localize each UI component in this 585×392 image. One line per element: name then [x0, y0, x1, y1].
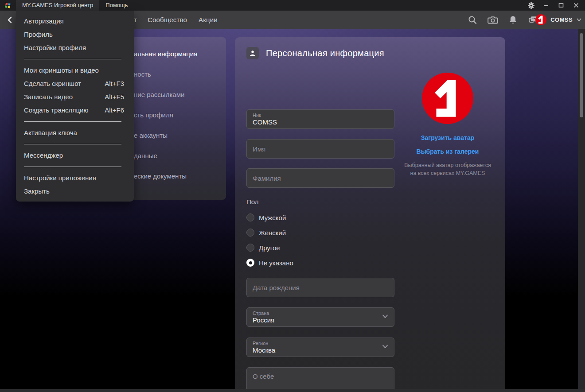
birth-date-input[interactable] — [253, 284, 388, 291]
choose-gallery-link[interactable]: Выбрать из галереи — [394, 148, 501, 155]
sidebar-item-personal-info[interactable]: альная информация — [125, 43, 226, 64]
radio-other[interactable] — [246, 244, 254, 252]
app-window: MY.GAMES Игровой центр Помощь — [0, 0, 585, 392]
shortcut-label: Alt+F3 — [105, 77, 124, 90]
first-name-field[interactable] — [246, 139, 394, 159]
nav-item-partial[interactable]: т — [134, 11, 137, 29]
settings-gear-icon[interactable] — [527, 2, 534, 9]
menu-item-my-screenshots[interactable]: Мои скриншоты и видео — [16, 64, 134, 77]
nickname-label: Ник — [253, 112, 388, 118]
radio-female[interactable] — [246, 229, 254, 237]
country-value: Россия — [253, 316, 388, 324]
window-bottom-border — [0, 389, 585, 392]
region-value: Москва — [253, 346, 388, 354]
window-controls — [527, 2, 585, 9]
sidebar-item-security[interactable]: ность — [125, 64, 226, 84]
gender-option-other[interactable]: Другое — [246, 240, 394, 255]
menu-item-profile-settings[interactable]: Настройки профиля — [16, 41, 134, 54]
titlebar-menu-mygames[interactable]: MY.GAMES Игровой центр — [16, 0, 99, 11]
profile-form: Ник COMSS Пол Мужской Женский — [246, 97, 394, 392]
notifications-bell-icon[interactable] — [508, 15, 518, 25]
close-button[interactable] — [573, 2, 580, 9]
menu-separator — [24, 59, 121, 59]
gender-option-male[interactable]: Мужской — [246, 210, 394, 225]
menu-item-app-settings[interactable]: Настройки приложения — [16, 171, 134, 185]
user-avatar-small — [535, 14, 546, 25]
menu-item-activate-key[interactable]: Активация ключа — [16, 126, 134, 140]
back-button[interactable] — [4, 14, 16, 26]
radio-male[interactable] — [246, 213, 254, 221]
menu-item-create-stream[interactable]: Создать трансляциюAlt+F6 — [16, 104, 134, 117]
avatar-note: Выбранный аватар отображается на всех се… — [394, 161, 501, 177]
chevron-down-icon — [382, 345, 388, 349]
user-avatar-large — [422, 73, 473, 124]
person-icon — [246, 47, 259, 59]
sidebar-item-linked-accounts[interactable]: е аккаунты — [125, 125, 226, 145]
menu-item-take-screenshot[interactable]: Сделать скриншотAlt+F3 — [16, 77, 134, 90]
country-label: Страна — [253, 310, 388, 316]
radio-unspecified[interactable] — [246, 259, 254, 267]
region-select[interactable]: Регион Москва — [246, 338, 394, 357]
maximize-button[interactable] — [558, 2, 565, 9]
last-name-input[interactable] — [253, 175, 388, 182]
scrollbar-thumb[interactable] — [580, 33, 583, 117]
upload-avatar-link[interactable]: Загрузить аватар — [394, 134, 501, 141]
search-icon[interactable] — [468, 15, 477, 25]
menu-separator — [24, 144, 121, 144]
screenshot-camera-icon[interactable] — [488, 15, 498, 25]
sidebar-item-mailings[interactable]: ние рассылками — [125, 84, 226, 105]
chevron-down-icon — [577, 18, 581, 22]
gender-label: Пол — [246, 198, 394, 206]
scrollbar-track[interactable] — [578, 29, 585, 392]
titlebar: MY.GAMES Игровой центр Помощь — [0, 0, 585, 11]
gender-option-unspecified[interactable]: Не указано — [246, 255, 394, 270]
minimize-button[interactable] — [542, 2, 550, 9]
nickname-value: COMSS — [253, 118, 388, 126]
username-label: COMSS — [550, 16, 573, 23]
sidebar-item-legal-documents[interactable]: еские документы — [125, 166, 226, 186]
nav-icons — [468, 11, 539, 29]
titlebar-menu-help[interactable]: Помощь — [99, 0, 134, 11]
first-name-input[interactable] — [253, 145, 388, 153]
mygames-context-menu: Авторизация Профиль Настройки профиля Мо… — [16, 11, 134, 202]
gender-option-female[interactable]: Женский — [246, 225, 394, 240]
menu-separator — [24, 167, 121, 167]
birth-date-field[interactable] — [246, 278, 394, 297]
menu-item-record-video[interactable]: Записать видеоAlt+F5 — [16, 90, 134, 104]
shortcut-label: Alt+F6 — [105, 104, 124, 117]
mygames-cube-icon — [4, 2, 12, 9]
menu-separator — [24, 121, 121, 122]
nav-item-promotions[interactable]: Акции — [199, 11, 218, 29]
last-name-field[interactable] — [246, 168, 394, 188]
panel-header: Персональная информация — [235, 37, 505, 59]
page-title: Персональная информация — [266, 48, 384, 58]
sidebar-item-my-data[interactable]: данные — [125, 145, 226, 166]
shortcut-label: Alt+F5 — [105, 90, 124, 104]
personal-info-panel: Персональная информация Ник COMSS Пол Му… — [235, 37, 505, 392]
menu-item-authorization[interactable]: Авторизация — [16, 15, 134, 28]
menu-item-close[interactable]: Закрыть — [16, 185, 134, 198]
about-textarea[interactable] — [246, 367, 394, 392]
country-select[interactable]: Страна Россия — [246, 307, 394, 327]
region-label: Регион — [253, 340, 388, 346]
nav-item-community[interactable]: Сообщество — [148, 11, 187, 29]
user-menu[interactable]: COMSS — [535, 11, 581, 29]
chevron-down-icon — [382, 314, 388, 318]
menu-item-messenger[interactable]: Мессенджер — [16, 149, 134, 162]
avatar-section: Загрузить аватар Выбрать из галереи Выбр… — [394, 73, 501, 177]
menu-item-profile[interactable]: Профиль — [16, 28, 134, 41]
nickname-field[interactable]: Ник COMSS — [246, 109, 394, 129]
sidebar-item-privacy[interactable]: сть профиля — [125, 105, 226, 125]
gender-radio-group: Мужской Женский Другое Не указано — [246, 210, 394, 270]
settings-sidebar: альная информация ность ние рассылками с… — [125, 37, 226, 200]
